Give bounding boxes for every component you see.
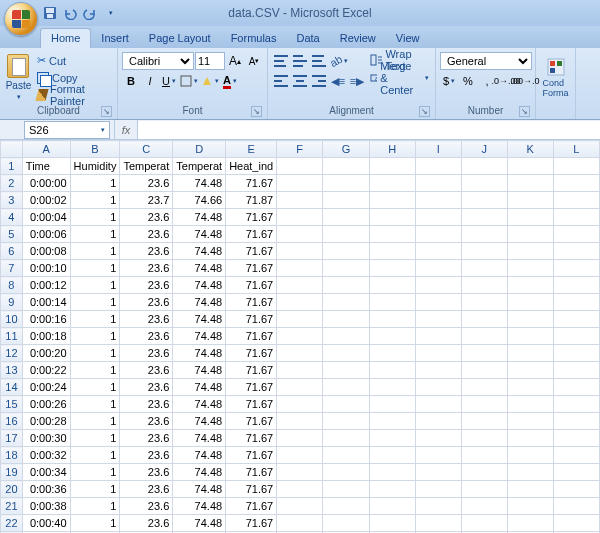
cell[interactable] [507,226,553,243]
cell[interactable]: 74.48 [173,413,226,430]
cell[interactable]: 71.87 [226,192,277,209]
qat-save-icon[interactable] [42,5,58,21]
cell[interactable]: 0:00:38 [22,498,70,515]
cell[interactable]: Humidity [70,158,120,175]
cell[interactable] [277,481,323,498]
cell[interactable] [461,158,507,175]
cell[interactable] [369,226,415,243]
cell[interactable] [277,498,323,515]
cell[interactable]: Time [22,158,70,175]
cell[interactable] [415,447,461,464]
row-header[interactable]: 10 [1,311,23,328]
cell[interactable] [461,192,507,209]
cell[interactable] [507,260,553,277]
cell[interactable] [507,175,553,192]
shrink-font-button[interactable]: A▾ [245,52,263,70]
cell[interactable] [277,396,323,413]
cell[interactable]: Heat_ind [226,158,277,175]
cell[interactable] [323,430,369,447]
conditional-formatting-button[interactable]: CondForma [540,50,571,105]
cell[interactable] [369,362,415,379]
align-middle-button[interactable] [291,52,309,70]
cell[interactable]: 74.48 [173,294,226,311]
cell[interactable]: 74.66 [173,192,226,209]
col-header[interactable]: K [507,141,553,158]
cell[interactable]: 71.67 [226,175,277,192]
cell[interactable] [323,481,369,498]
cell[interactable]: 71.67 [226,243,277,260]
cell[interactable] [461,515,507,532]
cell[interactable]: 1 [70,515,120,532]
tab-page-layout[interactable]: Page Layout [139,29,221,48]
cell[interactable] [553,243,599,260]
row-header[interactable]: 19 [1,464,23,481]
cell[interactable]: 74.48 [173,481,226,498]
cell[interactable]: 74.48 [173,209,226,226]
cell[interactable]: 0:00:28 [22,413,70,430]
row-header[interactable]: 22 [1,515,23,532]
cell[interactable]: 1 [70,430,120,447]
row-header[interactable]: 13 [1,362,23,379]
spreadsheet-grid[interactable]: A B C D E F G H I J K L 1TimeHumidityTem… [0,140,600,533]
cell[interactable]: 0:00:00 [22,175,70,192]
cell[interactable] [369,260,415,277]
cell[interactable]: 23.6 [120,379,173,396]
cell[interactable] [461,464,507,481]
cell[interactable] [323,158,369,175]
cell[interactable]: 74.48 [173,175,226,192]
cell[interactable]: 23.6 [120,294,173,311]
align-left-button[interactable] [272,72,290,90]
cell[interactable] [461,226,507,243]
cell[interactable]: 0:00:34 [22,464,70,481]
cell[interactable]: 74.48 [173,311,226,328]
cell[interactable]: 71.67 [226,413,277,430]
cell[interactable] [323,345,369,362]
italic-button[interactable]: I [141,72,159,90]
cell[interactable]: 71.67 [226,260,277,277]
cell[interactable]: 0:00:06 [22,226,70,243]
cell[interactable]: 71.67 [226,447,277,464]
cell[interactable] [277,277,323,294]
cell[interactable]: 23.6 [120,226,173,243]
cell[interactable] [277,379,323,396]
cell[interactable] [461,447,507,464]
cell[interactable] [277,175,323,192]
row-header[interactable]: 20 [1,481,23,498]
cell[interactable] [507,396,553,413]
decrease-indent-button[interactable]: ◀≡ [329,72,347,90]
cell[interactable]: 71.67 [226,481,277,498]
cell[interactable] [323,464,369,481]
cell[interactable] [461,260,507,277]
cell[interactable] [277,515,323,532]
cell[interactable] [369,277,415,294]
cell[interactable]: 1 [70,311,120,328]
cell[interactable] [277,294,323,311]
cell[interactable] [277,311,323,328]
cell[interactable] [277,209,323,226]
alignment-launcher[interactable]: ↘ [419,106,430,117]
cell[interactable] [369,447,415,464]
cell[interactable]: 23.6 [120,498,173,515]
row-header[interactable]: 5 [1,226,23,243]
cell[interactable]: 1 [70,260,120,277]
cell[interactable] [507,158,553,175]
cell[interactable]: 23.6 [120,311,173,328]
cell[interactable] [323,277,369,294]
cell[interactable]: 0:00:24 [22,379,70,396]
cell[interactable]: 0:00:14 [22,294,70,311]
cell[interactable] [415,328,461,345]
cell[interactable]: 23.6 [120,362,173,379]
cell[interactable]: 1 [70,294,120,311]
cell[interactable] [415,515,461,532]
cell[interactable]: 23.6 [120,413,173,430]
cell[interactable] [507,294,553,311]
cell[interactable] [553,430,599,447]
col-header[interactable]: J [461,141,507,158]
cell[interactable] [461,430,507,447]
row-header[interactable]: 21 [1,498,23,515]
cell[interactable] [369,294,415,311]
cell[interactable]: 0:00:22 [22,362,70,379]
cell[interactable]: 23.6 [120,260,173,277]
cell[interactable]: Temperat [173,158,226,175]
cell[interactable]: 1 [70,243,120,260]
